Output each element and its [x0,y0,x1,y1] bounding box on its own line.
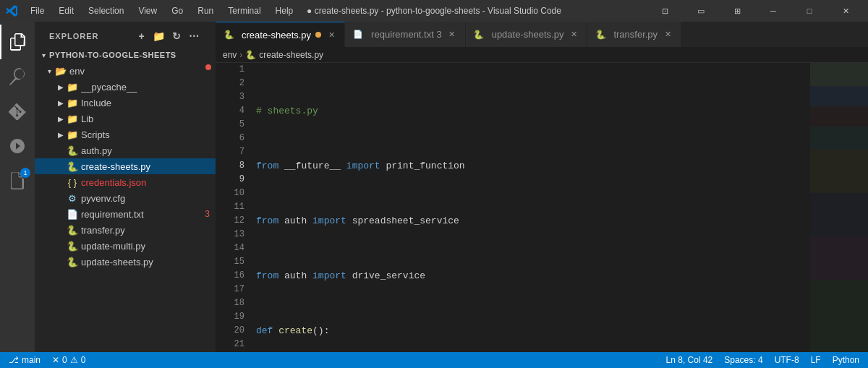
sidebar-item-requirement-txt[interactable]: ▶ 📄 requirement.txt 3 [35,206,216,222]
txt-tab-icon: 📄 [352,29,364,40]
menu-file[interactable]: File [25,4,50,17]
json-file-icon: { } [67,176,78,188]
breadcrumb: env › 🐍 create-sheets.py [216,47,868,63]
tab-close-button[interactable]: ✕ [662,29,673,40]
tab-label: transfer.py [613,29,658,40]
sidebar-item-label: requirement.txt [81,209,205,220]
git-branch-icon: ⎇ [9,355,19,365]
titlebar-controls: ⊡ ▭ ⊞ ─ □ ✕ [648,0,862,22]
menu-selection[interactable]: Selection [82,4,129,17]
line-num-8: 8 [216,159,244,173]
line-num-17: 17 [216,283,244,296]
collapse-all-icon[interactable]: ⋯ [187,29,201,43]
sidebar-item-pycache[interactable]: ▶ 📁 __pycache__ [35,79,216,95]
line-num-14: 14 [216,241,244,255]
code-token: drive_service [346,269,425,283]
python-tab-icon: 🐍 [473,29,485,40]
new-folder-icon[interactable]: 📁 [152,29,166,43]
layout-icon[interactable]: ⊡ [648,0,681,22]
chevron-down-icon: ▾ [43,65,55,77]
sidebar-item-label: auth.py [81,145,216,156]
folder-icon: 📁 [67,129,78,140]
sidebar-tree: ▾ PYTHON-TO-GOOGLE-SHEETS ▾ 📂 env ▶ 📁 __… [35,47,216,352]
folder-icon: 📂 [55,65,67,77]
line-num-4: 4 [216,104,244,118]
line-num-1: 1 [216,63,244,77]
close-button[interactable]: ✕ [829,0,862,22]
sidebar: EXPLORER + 📁 ↻ ⋯ ▾ PYTHON-TO-GOOGLE-SHEE… [35,22,216,352]
minimize-button[interactable]: ─ [757,0,790,22]
cursor-position-status[interactable]: Ln 8, Col 42 [663,355,716,365]
language-status[interactable]: Python [830,355,862,365]
line-num-11: 11 [216,200,244,214]
sidebar-item-update-sheets-py[interactable]: ▶ 🐍 update-sheets.py [35,254,216,270]
sidebar-item-label: pyvenv.cfg [81,193,216,204]
line-ending-status[interactable]: LF [808,355,824,365]
encoding: UTF-8 [775,355,799,365]
sidebar-item-label: env [69,66,216,77]
sidebar-item-update-multi-py[interactable]: ▶ 🐍 update-multi.py [35,238,216,254]
statusbar-right: Ln 8, Col 42 Spaces: 4 UTF-8 LF Python [663,355,862,365]
code-token: from [256,214,278,228]
activitybar-explorer[interactable] [0,25,35,59]
python-tab-icon: 🐍 [595,29,606,40]
sidebar-item-label: create-sheets.py [81,161,216,172]
activitybar-run[interactable] [0,129,35,163]
python-file-icon: 🐍 [67,256,78,268]
activitybar-extensions[interactable]: 1 [0,163,35,198]
grid-layout-icon[interactable]: ⊞ [720,0,754,22]
vscode-logo-icon [6,5,17,17]
git-badge: 3 [205,209,210,219]
tab-transfer[interactable]: 🐍 transfer.py ✕ [587,22,681,47]
extensions-badge: 1 [20,168,30,178]
sidebar-item-lib[interactable]: ▶ 📁 Lib [35,111,216,127]
menu-go[interactable]: Go [166,4,189,17]
errors-status[interactable]: ✕ 0 ⚠ 0 [49,355,88,365]
line-num-12: 12 [216,214,244,228]
code-editor[interactable]: 1 2 3 4 5 6 7 8 9 10 11 12 13 14 15 16 1… [216,63,868,352]
activitybar-git[interactable] [0,94,35,129]
line-num-9: 9 [216,173,244,187]
menu-view[interactable]: View [132,4,163,17]
txt-file-icon: 📄 [67,208,78,220]
new-file-icon[interactable]: + [135,29,149,43]
sidebar-project-root[interactable]: ▾ PYTHON-TO-GOOGLE-SHEETS [35,47,216,63]
tab-update-sheets[interactable]: 🐍 update-sheets.py ✕ [466,22,588,47]
titlebar-menu: File Edit Selection View Go Run Terminal… [25,4,299,17]
maximize-button[interactable]: □ [793,0,826,22]
split-editor-icon[interactable]: ▭ [684,0,718,22]
tab-close-button[interactable]: ✕ [326,29,337,40]
sidebar-item-include[interactable]: ▶ 📁 Include [35,95,216,111]
menu-help[interactable]: Help [270,4,299,17]
breadcrumb-env[interactable]: env [223,50,237,60]
line-num-13: 13 [216,228,244,241]
menu-terminal[interactable]: Terminal [222,4,266,17]
tab-create-sheets[interactable]: 🐍 create-sheets.py ✕ [216,22,345,47]
menu-edit[interactable]: Edit [53,4,80,17]
tab-close-button[interactable]: ✕ [446,29,458,40]
activitybar-search[interactable] [0,59,35,94]
indentation-status[interactable]: Spaces: 4 [721,355,765,365]
sidebar-header: EXPLORER + 📁 ↻ ⋯ [35,22,216,47]
sidebar-item-credentials-json[interactable]: ▶ { } credentials.json [35,174,216,190]
sidebar-item-auth-py[interactable]: ▶ 🐍 auth.py [35,142,216,158]
sidebar-item-scripts[interactable]: ▶ 📁 Scripts [35,127,216,142]
sidebar-item-env[interactable]: ▾ 📂 env [35,63,216,79]
breadcrumb-file[interactable]: 🐍 create-sheets.py [245,50,323,60]
sidebar-item-label: credentials.json [81,177,216,188]
code-line-1: # sheets.py [256,104,810,118]
tab-requirement-txt[interactable]: 📄 requirement.txt 3 ✕ [345,22,466,47]
sidebar-item-transfer-py[interactable]: ▶ 🐍 transfer.py [35,222,216,238]
code-token: import [346,159,380,173]
python-file-icon: 🐍 [67,145,78,156]
git-branch-status[interactable]: ⎇ main [6,355,43,365]
encoding-status[interactable]: UTF-8 [772,355,802,365]
main-area: 1 EXPLORER + 📁 ↻ ⋯ ▾ PYTHON-TO-GOOGLE-SH… [0,22,868,352]
refresh-icon[interactable]: ↻ [169,29,184,43]
tab-close-button[interactable]: ✕ [568,29,579,40]
code-content[interactable]: # sheets.py from __future__ import print… [250,63,810,352]
sidebar-item-create-sheets-py[interactable]: ▶ 🐍 create-sheets.py [35,158,216,174]
sidebar-item-pyvenv-cfg[interactable]: ▶ ⚙ pyvenv.cfg [35,190,216,206]
menu-run[interactable]: Run [192,4,219,17]
line-num-7: 7 [216,145,244,159]
